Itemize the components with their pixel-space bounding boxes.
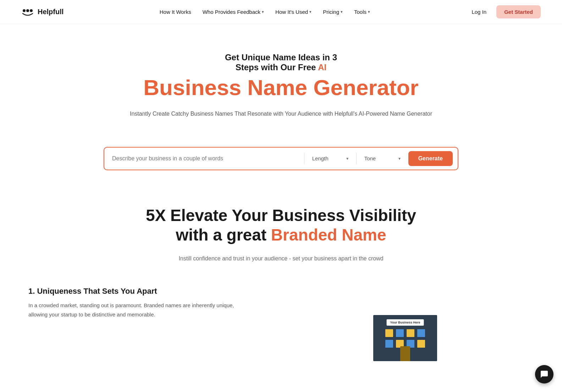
elevate-subtitle: Instill confidence and trust in your aud… bbox=[71, 255, 491, 262]
building-base: Your Business Here bbox=[373, 315, 437, 361]
nav-item-pricing[interactable]: Pricing ▾ bbox=[318, 6, 348, 18]
length-chevron-icon: ▾ bbox=[346, 156, 348, 161]
generator-form: Length ▾ Tone ▾ Generate bbox=[104, 147, 458, 170]
generate-button[interactable]: Generate bbox=[408, 151, 453, 166]
navbar: Helpfull How It Works Who Provides Feedb… bbox=[0, 0, 562, 24]
chevron-down-icon: ▾ bbox=[262, 10, 264, 14]
tone-select[interactable]: Tone ▾ bbox=[359, 153, 406, 164]
nav-links: How It Works Who Provides Feedback ▾ How… bbox=[155, 6, 375, 18]
point-1-text: In a crowded market, standing out is par… bbox=[28, 301, 248, 319]
window bbox=[407, 329, 414, 337]
building-windows bbox=[380, 329, 430, 348]
content-left: 1. Uniqueness That Sets You Apart In a c… bbox=[28, 287, 248, 361]
nav-item-tools[interactable]: Tools ▾ bbox=[349, 6, 375, 18]
chevron-down-icon: ▾ bbox=[309, 10, 312, 14]
hero-subtitle: Instantly Create Catchy Business Names T… bbox=[71, 109, 491, 118]
svg-point-2 bbox=[30, 9, 33, 12]
building-sign: Your Business Here bbox=[387, 319, 424, 326]
logo[interactable]: Helpfull bbox=[21, 7, 64, 17]
hero-title-ai: AI bbox=[318, 62, 326, 72]
window bbox=[385, 329, 393, 337]
nav-item-who-provides-feedback[interactable]: Who Provides Feedback ▾ bbox=[198, 6, 269, 18]
content-section: 1. Uniqueness That Sets You Apart In a c… bbox=[0, 272, 562, 375]
length-select[interactable]: Length ▾ bbox=[307, 153, 353, 164]
form-divider-2 bbox=[356, 153, 357, 164]
content-right: Your Business Here bbox=[277, 287, 534, 361]
window bbox=[417, 340, 425, 348]
elevate-section: 5X Elevate Your Business Visibility with… bbox=[0, 184, 562, 272]
login-button[interactable]: Log In bbox=[466, 6, 492, 18]
tone-chevron-icon: ▾ bbox=[398, 156, 401, 161]
hero-title: Get Unique Name Ideas in 3 Steps with Ou… bbox=[71, 53, 491, 101]
nav-item-how-it-works[interactable]: How It Works bbox=[155, 6, 196, 18]
elevate-title-branded: Branded Name bbox=[271, 226, 386, 244]
window bbox=[417, 329, 425, 337]
hero-title-line2: Steps with Our Free bbox=[236, 62, 318, 72]
window bbox=[396, 329, 404, 337]
building-door bbox=[400, 346, 410, 361]
nav-actions: Log In Get Started bbox=[466, 5, 541, 18]
hero-title-line1: Get Unique Name Ideas in 3 bbox=[225, 53, 337, 62]
svg-point-0 bbox=[23, 9, 26, 12]
building-illustration: Your Business Here bbox=[359, 290, 451, 361]
hero-title-line3: Business Name Generator bbox=[71, 74, 491, 101]
elevate-title: 5X Elevate Your Business Visibility with… bbox=[71, 206, 491, 245]
get-started-button[interactable]: Get Started bbox=[496, 5, 541, 18]
generator-section: Length ▾ Tone ▾ Generate bbox=[0, 133, 562, 184]
logo-icon bbox=[21, 7, 34, 17]
nav-item-how-its-used[interactable]: How It's Used ▾ bbox=[270, 6, 316, 18]
svg-point-1 bbox=[26, 9, 29, 12]
chat-icon bbox=[540, 370, 549, 379]
logo-text: Helpfull bbox=[38, 8, 64, 16]
business-description-input[interactable] bbox=[109, 153, 301, 164]
chat-widget[interactable] bbox=[535, 365, 553, 383]
point-1-title: 1. Uniqueness That Sets You Apart bbox=[28, 287, 248, 296]
chevron-down-icon: ▾ bbox=[341, 10, 343, 14]
form-divider bbox=[304, 153, 304, 164]
window bbox=[385, 340, 393, 348]
hero-section: Get Unique Name Ideas in 3 Steps with Ou… bbox=[0, 24, 562, 133]
chevron-down-icon: ▾ bbox=[368, 10, 370, 14]
